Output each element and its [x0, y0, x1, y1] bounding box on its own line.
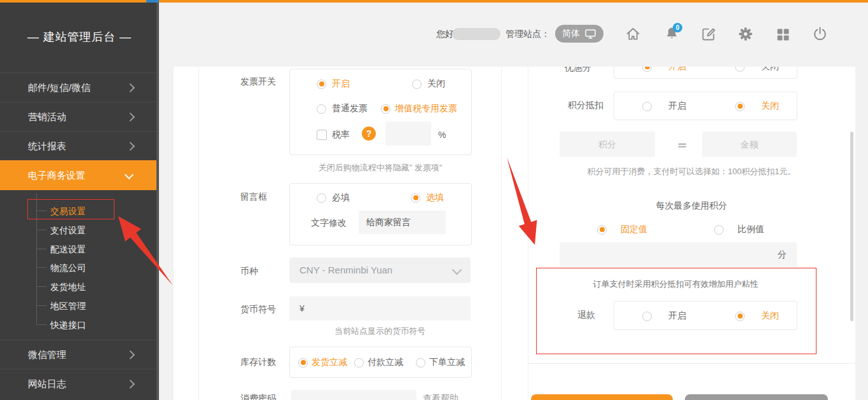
username-redacted — [452, 28, 500, 40]
sidebar-item-site-logs[interactable]: 网站日志 — [0, 369, 159, 399]
max-points-input[interactable]: 分 — [560, 242, 797, 267]
partial-off-option[interactable]: 关闭 — [735, 67, 779, 72]
message-text-input[interactable]: 给商家留言 — [359, 210, 446, 234]
radio-icon[interactable] — [642, 102, 652, 111]
apps-grid-icon[interactable] — [775, 26, 792, 43]
equals-sign: ＝ — [670, 135, 695, 155]
help-question-icon[interactable]: ? — [362, 127, 376, 141]
sidebar-item-label: 统计报表 — [28, 141, 66, 153]
stock-ship-label: 发货立减 — [312, 357, 347, 368]
refund-off-label: 关闭 — [761, 310, 779, 322]
sidebar-item-marketing[interactable]: 营销活动 — [0, 102, 159, 132]
sidebar-item-ecommerce-settings[interactable]: 电子商务设置 — [0, 160, 159, 190]
tree-tick — [36, 230, 46, 230]
invoice-switch-group: 开启 关闭 普通发票 增值税专用发票 税率 ? % — [289, 69, 472, 155]
radio-selected-icon[interactable] — [735, 312, 745, 321]
radio-icon[interactable] — [416, 358, 425, 368]
currency-select[interactable]: CNY - Renminbi Yuan — [289, 258, 471, 283]
sidebar-subitem-region-management[interactable]: 地区管理 — [50, 300, 86, 312]
radio-icon[interactable] — [714, 225, 724, 235]
tax-rate-input[interactable] — [385, 121, 431, 146]
partial-on-option[interactable]: 开启 — [642, 67, 686, 72]
invoice-normal-option[interactable]: 普通发票 — [317, 103, 368, 114]
sidebar-subitem-shipping-address[interactable]: 发货地址 — [50, 280, 86, 293]
invoice-vat-option[interactable]: 增值税专用发票 — [381, 103, 457, 114]
stock-order-label: 下单立减 — [429, 357, 465, 368]
partial-top-group: 开启 关闭 — [614, 67, 797, 79]
sidebar-subitem-logistics-company[interactable]: 物流公司 — [50, 261, 86, 274]
pay-password-input[interactable] — [291, 390, 417, 400]
chevron-right-icon — [126, 142, 135, 151]
checkbox-icon[interactable] — [317, 130, 327, 140]
max-points-title: 每次最多使用积分 — [528, 200, 855, 212]
refund-group: 开启 关闭 — [614, 301, 797, 330]
radio-selected-icon[interactable] — [642, 67, 652, 72]
currency-symbol-input[interactable]: ¥ — [289, 296, 471, 321]
stock-pay-option[interactable]: 付款立减 — [354, 357, 403, 368]
secondary-action-button[interactable] — [685, 394, 828, 400]
points-deduct-group: 开启 关闭 — [614, 92, 797, 120]
fixed-value-option[interactable]: 固定值 — [597, 224, 647, 235]
radio-selected-icon[interactable] — [317, 79, 326, 89]
radio-icon[interactable] — [735, 67, 745, 72]
refund-on-label: 开启 — [668, 310, 686, 322]
sidebar-subitem-delivery-settings[interactable]: 配送设置 — [50, 243, 86, 256]
percent-sign: % — [438, 130, 446, 140]
radio-selected-icon[interactable] — [298, 358, 308, 368]
primary-action-button[interactable] — [531, 394, 673, 400]
message-box-group: 必填 选填 文字修改 给商家留言 — [289, 183, 472, 245]
chevron-down-icon — [125, 170, 134, 179]
radio-icon[interactable] — [642, 312, 652, 321]
vertical-scrollbar-thumb[interactable] — [850, 132, 853, 321]
amount-input[interactable]: 金额 — [702, 132, 797, 157]
site-language-button[interactable]: 简体 — [555, 25, 603, 43]
deduct-on-option[interactable]: 开启 — [642, 100, 686, 112]
refund-off-option[interactable]: 关闭 — [735, 310, 779, 322]
radio-selected-icon[interactable] — [597, 225, 607, 235]
tax-rate-option[interactable]: 税率 — [317, 129, 350, 141]
message-optional-option[interactable]: 选填 — [411, 192, 444, 203]
edit-icon[interactable] — [700, 25, 717, 43]
sidebar-scrollbar[interactable] — [156, 3, 159, 400]
sidebar-subitem-payment-settings[interactable]: 支付设置 — [50, 224, 86, 237]
home-icon[interactable] — [624, 25, 642, 43]
tax-rate-label: 税率 — [332, 129, 350, 141]
annotation-red-rect — [27, 199, 114, 219]
chevron-right-icon — [126, 350, 135, 359]
currency-symbol-hint: 当前站点显示的货币符号 — [289, 326, 471, 337]
radio-selected-icon[interactable] — [411, 193, 420, 203]
radio-icon[interactable] — [354, 358, 364, 368]
invoice-off-option[interactable]: 关闭 — [412, 78, 445, 90]
deduct-off-option[interactable]: 关闭 — [735, 100, 779, 112]
deduct-note: 订单支付时采用积分抵扣可有效增加用户粘性 — [536, 279, 815, 290]
points-input[interactable]: 积分 — [560, 132, 655, 157]
radio-icon[interactable] — [317, 193, 326, 203]
sidebar-item-wechat-management[interactable]: 微信管理 — [0, 340, 159, 369]
radio-icon[interactable] — [317, 104, 326, 114]
main-content-card: 发票开关 开启 关闭 普通发票 增值税专用发票 税率 ? % 关闭后购物流程中将… — [174, 67, 855, 400]
settings-gear-icon[interactable] — [737, 25, 754, 43]
pay-password-label: 消费密码 — [240, 393, 276, 400]
invoice-on-option[interactable]: 开启 — [317, 78, 350, 90]
stock-count-label: 库存计数 — [240, 357, 276, 368]
sidebar-item-mail-sms-wechat[interactable]: 邮件/短信/微信 — [0, 72, 159, 102]
radio-selected-icon[interactable] — [735, 102, 745, 111]
partial-off-label: 关闭 — [761, 67, 779, 72]
pane-divider — [501, 67, 502, 400]
ratio-value-option[interactable]: 比例值 — [714, 224, 764, 235]
stock-ship-option[interactable]: 发货立减 — [298, 357, 347, 368]
radio-icon[interactable] — [412, 79, 422, 89]
message-required-option[interactable]: 必填 — [317, 192, 350, 203]
points-deduct-label: 积分抵扣 — [568, 100, 603, 111]
power-logout-icon[interactable] — [811, 25, 829, 43]
sidebar-subitem-express-interface[interactable]: 快递接口 — [50, 319, 86, 331]
tree-tick — [36, 267, 46, 268]
chevron-right-icon — [126, 380, 135, 389]
stock-order-option[interactable]: 下单立减 — [416, 357, 465, 368]
pane-divider — [528, 67, 528, 400]
refund-on-option[interactable]: 开启 — [642, 310, 686, 322]
view-help-link[interactable]: 查看帮助 — [423, 393, 458, 400]
message-optional-label: 选填 — [426, 192, 444, 203]
radio-selected-icon[interactable] — [381, 104, 390, 114]
sidebar-item-reports[interactable]: 统计报表 — [0, 131, 159, 161]
